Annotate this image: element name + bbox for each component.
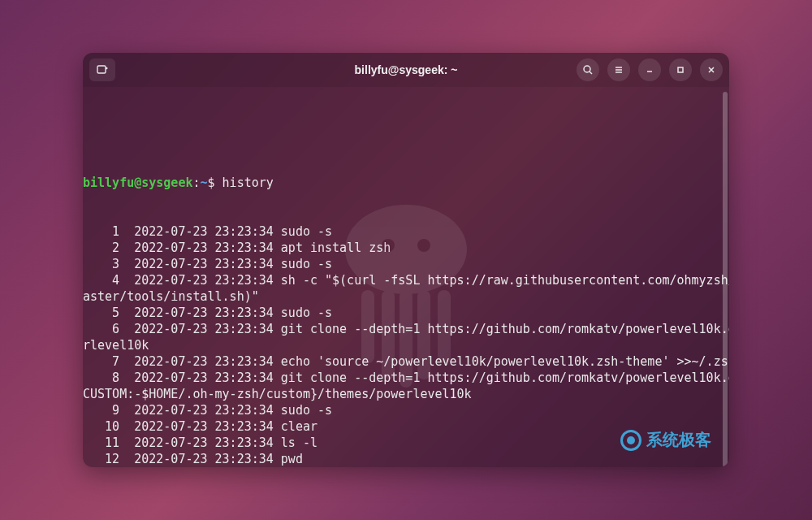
prompt-sep1: : (192, 176, 200, 190)
new-tab-button[interactable] (89, 58, 115, 81)
history-line: 1 2022-07-23 23:23:34 sudo -s (83, 223, 723, 240)
svg-rect-2 (678, 67, 683, 72)
history-line: 4 2022-07-23 23:23:34 sh -c "$(curl -fsS… (83, 272, 723, 288)
scrollbar[interactable] (723, 92, 728, 467)
window-title: billyfu@sysgeek: ~ (355, 63, 458, 76)
history-line: 6 2022-07-23 23:23:34 git clone --depth=… (83, 321, 723, 337)
terminal-window: billyfu@sysgeek: ~ (83, 53, 729, 467)
prompt-sep2: $ (208, 176, 222, 190)
history-line: 7 2022-07-23 23:23:34 echo 'source ~/pow… (83, 353, 723, 370)
history-line: rlevel10k (83, 337, 723, 353)
watermark: 系统极客 (620, 429, 711, 451)
minimize-icon (645, 65, 654, 75)
hamburger-icon (613, 64, 624, 76)
history-line: 2 2022-07-23 23:23:34 apt install zsh (83, 240, 723, 256)
search-icon (582, 64, 594, 76)
minimize-button[interactable] (638, 58, 661, 81)
prompt-command: history (222, 176, 274, 190)
prompt-path: ~ (201, 176, 208, 190)
search-button[interactable] (577, 58, 599, 81)
maximize-button[interactable] (669, 58, 692, 81)
watermark-text: 系统极客 (646, 429, 711, 451)
title-bar-controls (577, 58, 723, 81)
history-line: aster/tools/install.sh)" (83, 288, 723, 305)
prompt-line: billyfu@sysgeek:~$ history (83, 175, 723, 191)
history-line: 8 2022-07-23 23:23:34 git clone --depth=… (83, 370, 723, 386)
history-line: 3 2022-07-23 23:23:34 sudo -s (83, 256, 723, 272)
history-line: 12 2022-07-23 23:23:34 pwd (83, 451, 723, 467)
history-line: 9 2022-07-23 23:23:34 sudo -s (83, 402, 723, 418)
new-tab-icon (96, 63, 109, 76)
title-bar-left (89, 58, 115, 81)
prompt-user-host: billyfu@sysgeek (83, 176, 192, 190)
title-bar: billyfu@sysgeek: ~ (83, 53, 729, 87)
close-icon (706, 65, 716, 75)
terminal-output[interactable]: billyfu@sysgeek:~$ history 1 2022-07-23 … (83, 87, 729, 467)
maximize-icon (676, 65, 685, 75)
history-line: CUSTOM:-$HOME/.oh-my-zsh/custom}/themes/… (83, 386, 723, 402)
close-button[interactable] (700, 58, 723, 81)
menu-button[interactable] (607, 58, 630, 81)
history-line: 5 2022-07-23 23:23:34 sudo -s (83, 305, 723, 321)
watermark-icon (620, 430, 641, 451)
svg-point-1 (584, 66, 590, 72)
svg-rect-0 (97, 66, 106, 73)
